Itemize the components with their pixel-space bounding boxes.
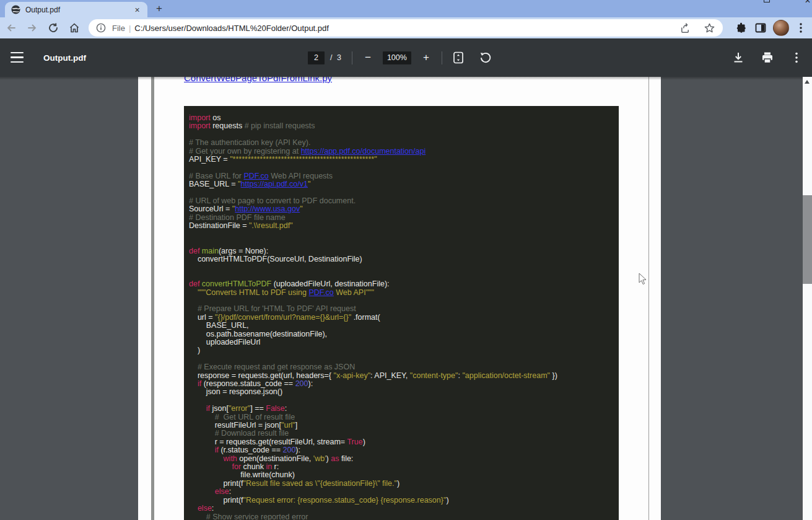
tab-title: Output.pdf — [25, 6, 132, 14]
code-text: SourceUrl = — [189, 205, 232, 213]
code-text: # Prepare URL for 'HTML To PDF' API requ… — [189, 304, 356, 313]
code-line: response = requests.get(url, headers={ "… — [189, 372, 615, 380]
document-link[interactable]: ConvertWebPageToPdfFromLink.py — [184, 77, 332, 83]
code-text: url = — [189, 313, 215, 322]
code-line — [189, 164, 615, 172]
code-text: as — [331, 454, 339, 463]
more-vertical-icon[interactable] — [790, 51, 803, 64]
code-line: BASE_URL = "https://api.pdf.co/v1" — [189, 180, 615, 188]
reload-icon[interactable] — [47, 22, 59, 34]
zoom-out-icon[interactable]: − — [362, 51, 374, 64]
code-line: # Get your own by registering at https:/… — [189, 148, 615, 156]
code-text — [189, 379, 198, 388]
page-left-rule — [151, 77, 154, 520]
scrollbar-up-icon[interactable] — [805, 80, 810, 84]
code-text: # URL of web page to convert to PDF docu… — [189, 196, 356, 205]
browser-window: Output.pdf × + ✕ File|C:/Users/user/Do — [0, 0, 812, 520]
code-line: import os — [189, 114, 615, 122]
mouse-cursor — [639, 273, 647, 285]
menu-hamburger-icon[interactable] — [11, 52, 24, 63]
code-link[interactable]: http://www.usa.gov — [235, 205, 300, 213]
code-text: convertHTMLToPDF(SourceUrl, DestinationF… — [189, 255, 362, 263]
code-text: "{}/pdf/convert/from/url?name={}&url={}" — [215, 313, 351, 322]
page-number-input[interactable] — [308, 51, 325, 64]
code-text: (r.status_code == — [219, 446, 283, 454]
window-maximize-icon[interactable] — [764, 0, 770, 2]
code-line: if (response.status_code == 200): — [189, 380, 615, 388]
code-link[interactable]: PDF.co — [243, 172, 268, 180]
browser-tab[interactable]: Output.pdf × — [5, 2, 147, 17]
code-text: (uploadedFileUrl, destinationFile): — [274, 280, 390, 288]
code-text: "url" — [281, 421, 295, 430]
code-line: # Base URL for PDF.co Web API requests — [189, 172, 615, 180]
back-arrow-icon[interactable] — [5, 22, 17, 34]
address-bar[interactable]: File|C:/Users/user/Downloads/HTML%20Fold… — [89, 19, 723, 37]
code-line: resultFileUrl = json["url"] — [189, 421, 615, 430]
code-text: chunk — [241, 462, 266, 471]
code-text: ] — [295, 421, 297, 430]
fit-page-icon[interactable] — [452, 51, 465, 64]
code-text: 'wb' — [313, 454, 326, 463]
code-line: # Prepare URL for 'HTML To PDF' API requ… — [189, 305, 615, 313]
toolbar-divider — [442, 51, 442, 64]
code-line: BASE_URL, — [189, 322, 615, 330]
code-text: : — [285, 404, 287, 413]
extensions-puzzle-icon[interactable] — [735, 21, 748, 35]
code-text: (args = None): — [219, 247, 268, 255]
code-text: API_KEY = — [189, 155, 230, 164]
tab-strip: Output.pdf × + ✕ — [0, 0, 812, 17]
code-text: "error" — [229, 404, 250, 413]
code-link[interactable]: PDF.co — [308, 288, 333, 297]
code-line: if (r.status_code == 200): — [189, 446, 615, 454]
code-text: # Base URL for — [189, 172, 243, 180]
code-line: if json["error"] == False: — [189, 405, 615, 413]
zoom-level[interactable]: 100% — [383, 51, 411, 64]
home-icon[interactable] — [68, 22, 81, 34]
code-text: ): — [308, 379, 313, 388]
code-text: (response.status_code == — [201, 379, 295, 388]
code-text: print(f — [189, 496, 243, 505]
code-link[interactable]: https://app.pdf.co/documentation/api — [301, 147, 426, 156]
new-tab-button[interactable]: + — [152, 2, 166, 15]
code-text — [189, 462, 232, 471]
code-line: os.path.basename(destinationFile), — [189, 330, 615, 338]
print-icon[interactable] — [761, 51, 774, 64]
zoom-in-icon[interactable]: + — [420, 51, 432, 64]
code-line: def convertHTMLToPDF (uploadedFileUrl, d… — [189, 280, 615, 288]
code-line: with open(destinationFile, 'wb') as file… — [189, 455, 615, 463]
tab-close-icon[interactable]: × — [132, 4, 142, 15]
code-line — [189, 189, 615, 197]
code-text: resultFileUrl = json[ — [189, 421, 281, 430]
code-line: # Destination PDF file name — [189, 214, 615, 222]
code-text: ] == — [250, 404, 266, 413]
code-link[interactable]: https://api.pdf.co/v1 — [241, 180, 308, 188]
code-line — [189, 231, 615, 239]
scrollbar-thumb[interactable] — [803, 195, 812, 284]
code-line: print(f"Request error: {response.status_… — [189, 496, 615, 505]
rotate-ccw-icon[interactable] — [479, 51, 492, 64]
bookmark-star-icon[interactable] — [704, 22, 715, 34]
code-text: ) — [363, 438, 365, 446]
code-text: " — [300, 205, 302, 213]
code-line: # Download result file — [189, 430, 615, 438]
info-icon[interactable] — [96, 23, 106, 33]
download-icon[interactable] — [731, 51, 745, 64]
window-close-icon[interactable]: ✕ — [805, 0, 811, 2]
code-line: SourceUrl = "http://www.usa.gov" — [189, 205, 615, 213]
scrollbar[interactable] — [803, 77, 812, 520]
profile-avatar[interactable] — [773, 20, 789, 36]
forward-arrow-icon[interactable] — [26, 22, 38, 34]
code-text: "content-type" — [410, 371, 458, 380]
code-line: import requests # pip install requests — [189, 122, 615, 130]
code-text: """Converts HTML to PDF using — [189, 288, 308, 297]
code-text: def — [189, 247, 202, 255]
share-icon[interactable] — [679, 22, 691, 34]
code-line: convertHTMLToPDF(SourceUrl, DestinationF… — [189, 255, 615, 263]
code-text: # Download result file — [189, 429, 289, 438]
code-text: # Destination PDF file name — [189, 213, 286, 222]
code-text: # Get your own by registering at — [189, 147, 301, 156]
code-line — [189, 297, 615, 305]
code-text: True — [347, 438, 362, 446]
side-panel-icon[interactable] — [754, 21, 767, 35]
more-menu-icon[interactable] — [795, 22, 807, 34]
